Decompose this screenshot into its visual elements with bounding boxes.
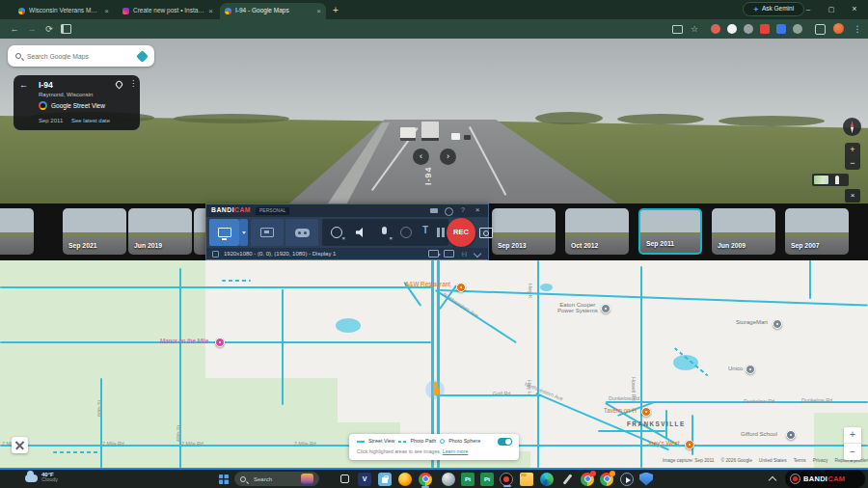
record-button[interactable]: REC [447, 218, 475, 247]
tab-instagram-create-post[interactable]: Create new post • Instagram [118, 3, 218, 19]
bandicam-title-bar[interactable]: BANDICAM PERSONAL [206, 204, 488, 217]
map-canvas[interactable]: A&W Restaurant Northwestern Ave Eaton Co… [0, 260, 868, 468]
search-highlight-image[interactable] [301, 474, 313, 484]
chrome-profile-2-icon[interactable] [600, 473, 613, 486]
street-view-coverage-road[interactable] [222, 280, 251, 282]
webcam-secondary-icon[interactable] [399, 226, 413, 239]
timeline-thumb-sep-2011-selected[interactable]: Sep 2011 [638, 208, 702, 255]
timeline-thumb-oct-2012[interactable]: Oct 2012 [565, 208, 629, 255]
extension-icon-1[interactable] [711, 24, 720, 34]
edge-icon[interactable] [540, 473, 554, 486]
expand-chevron-icon[interactable] [473, 250, 482, 258]
taskbar-search-box[interactable]: Search [234, 472, 319, 486]
map-label-eaton-cooper[interactable]: Eaton Cooper Power Systems [557, 302, 598, 313]
street-view-nav-back-icon[interactable] [413, 149, 429, 165]
map-label-manor-on-the-mile[interactable]: Manor on the Mile [160, 339, 208, 344]
maps-search-box[interactable] [8, 45, 154, 67]
map-label-tavern[interactable]: Tavern on H [604, 408, 637, 414]
cast-icon[interactable] [670, 22, 684, 36]
pin-tavern[interactable] [641, 407, 651, 417]
back-arrow-icon[interactable] [19, 81, 28, 90]
pin-manor-on-the-mile[interactable] [215, 338, 225, 347]
extension-icon-4[interactable] [760, 24, 770, 34]
pin-joeys-west[interactable] [685, 440, 694, 449]
microphone-icon[interactable] [378, 226, 392, 239]
map-zoom-out-button[interactable] [844, 444, 861, 460]
chrome-profile-1-icon[interactable] [581, 473, 594, 486]
pegman-map-marker[interactable] [425, 380, 445, 399]
schedule-icon[interactable] [443, 206, 454, 215]
close-street-view-button[interactable] [845, 189, 860, 203]
windows-start-button[interactable] [217, 473, 231, 486]
pt-app-icon-2[interactable]: Pt [480, 473, 494, 486]
image-format-icon[interactable] [444, 250, 454, 258]
downloads-tray-icon[interactable] [813, 22, 827, 36]
tab-google-maps-active[interactable]: I-94 - Google Maps [220, 3, 326, 19]
tab-wisconsin-veterans-mem-hwy[interactable]: Wisconsin Veterans Mem Hwy [14, 3, 114, 19]
weather-widget[interactable]: 40°F Cloudy [25, 472, 58, 483]
output-folder-icon[interactable] [428, 206, 440, 215]
game-recording-mode-button[interactable] [285, 219, 318, 246]
back-button[interactable] [8, 22, 21, 36]
street-view-nav-forward-icon[interactable] [440, 149, 456, 165]
extensions-puzzle-icon[interactable] [793, 24, 802, 34]
webcam-overlay-icon[interactable] [330, 226, 343, 239]
media-player-icon[interactable] [620, 473, 634, 486]
tab-close-icon[interactable] [104, 8, 109, 15]
ask-gemini-button[interactable]: Ask Gemini [743, 2, 804, 16]
extension-icon-2[interactable] [727, 24, 737, 34]
street-view-coverage-road[interactable] [282, 289, 284, 405]
minimap-thumbnail[interactable] [814, 176, 828, 184]
chrome-icon[interactable] [419, 473, 432, 486]
street-view-coverage-road[interactable] [440, 289, 868, 306]
learn-more-link[interactable]: Learn more [443, 448, 469, 454]
help-icon[interactable] [457, 206, 469, 215]
map-label-joeys-west[interactable]: Joey's West [647, 441, 680, 447]
bookmark-star-icon[interactable] [688, 22, 701, 36]
tab-close-icon[interactable] [208, 8, 213, 15]
pin-eaton-cooper[interactable] [601, 304, 610, 313]
map-label-unico[interactable]: Unico [728, 366, 743, 371]
timeline-thumb-partial[interactable]: 2 [0, 208, 34, 255]
task-view-icon[interactable] [338, 473, 351, 486]
coverage-toggle[interactable] [498, 438, 512, 446]
new-tab-button[interactable] [329, 4, 342, 17]
tray-overflow-chevron-icon[interactable] [769, 475, 776, 483]
region-checkbox[interactable] [212, 251, 219, 258]
pin-aw-restaurant[interactable] [456, 283, 466, 292]
text-overlay-icon[interactable] [419, 226, 432, 239]
pegman-icon[interactable] [835, 176, 839, 184]
expand-arrows-icon[interactable] [12, 437, 28, 453]
tool-app-icon[interactable] [560, 473, 574, 486]
screen-recording-mode-button[interactable] [209, 219, 239, 246]
street-view-coverage-road[interactable] [809, 260, 811, 299]
directions-icon[interactable] [136, 50, 149, 63]
file-explorer-icon[interactable] [520, 473, 533, 486]
forward-button[interactable] [25, 22, 39, 36]
browser-menu-icon[interactable] [851, 22, 864, 36]
minimize-button[interactable] [797, 0, 820, 18]
timeline-thumb-jun-2019[interactable]: Jun 2019 [128, 208, 192, 255]
bandicam-close-icon[interactable] [472, 206, 483, 215]
street-view-coverage-road[interactable] [692, 415, 693, 455]
maximize-button[interactable] [820, 0, 843, 18]
zoom-in-button[interactable] [845, 143, 860, 156]
extension-icon-3[interactable] [744, 24, 753, 34]
map-label-storagemart[interactable]: StorageMart [736, 319, 768, 325]
location-pin-icon[interactable] [115, 80, 124, 90]
pause-icon[interactable] [434, 226, 448, 239]
v-app-icon[interactable]: V [358, 473, 371, 486]
profile-avatar[interactable] [833, 23, 844, 34]
street-view-coverage-road[interactable] [100, 378, 102, 468]
timeline-thumb-sep-2007[interactable]: Sep 2007 [785, 208, 849, 255]
compass-control[interactable] [843, 118, 861, 136]
speaker-icon[interactable] [355, 226, 368, 239]
panel-menu-icon[interactable] [129, 80, 137, 88]
privacy-link[interactable]: Privacy [813, 458, 828, 463]
pt-app-icon-1[interactable]: Pt [461, 473, 475, 486]
street-view-coverage-road[interactable] [0, 286, 434, 288]
device-recording-mode-button[interactable] [251, 219, 284, 246]
tab-close-icon[interactable] [316, 8, 321, 15]
map-label-aw-restaurant[interactable]: A&W Restaurant [405, 282, 450, 287]
bandicam-window[interactable]: BANDICAM PERSONAL REC [205, 203, 489, 260]
